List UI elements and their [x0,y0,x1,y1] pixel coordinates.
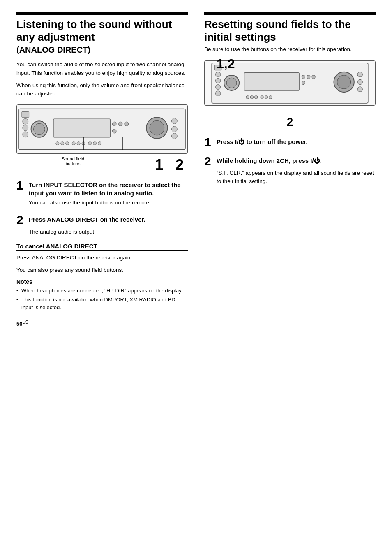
svg-point-4 [23,132,28,137]
right-label-2: 2 [204,116,376,129]
diagram-step-numbers: 1 2 [155,156,184,174]
svg-point-14 [171,118,177,124]
notes-title: Notes [16,278,188,285]
svg-rect-7 [53,119,110,137]
left-intro2: When using this function, only the volum… [16,81,188,98]
note1: When headphones are connected, "HP DIR" … [16,287,188,295]
svg-point-6 [34,124,45,135]
left-step2-body: The analog audio is output. [29,228,188,236]
right-main-title: Resetting sound fields to the initial se… [204,18,376,44]
svg-point-45 [357,86,362,91]
left-step1-number: 1 [16,179,25,192]
diagram-label-group: Sound field buttons [62,156,84,166]
svg-point-47 [250,95,253,98]
right-step2-body: “S.F. CLR.” appears on the display and a… [217,169,376,186]
svg-point-15 [171,126,177,132]
page-number: 56US [16,320,188,327]
svg-point-25 [98,142,101,145]
diagram-num1: 1 [155,156,163,174]
left-divider [16,12,188,15]
diagram-label-buttons: buttons [65,161,80,166]
svg-point-44 [357,79,362,84]
left-step1-header: 1 Turn INPUT SELECTOR on the receiver to… [16,179,188,197]
left-step2-number: 2 [16,214,25,226]
svg-point-38 [307,75,310,79]
diagram-label-sound: Sound field [62,156,84,161]
note2: This function is not available when DMPO… [16,296,188,312]
svg-point-23 [88,142,92,145]
svg-point-39 [312,75,315,79]
page: Listening to the sound without any adjus… [0,0,392,556]
svg-rect-36 [244,72,299,90]
svg-point-24 [93,142,97,145]
right-step2-header: 2 While holding down 2CH, press I/⏻. [204,155,376,167]
right-step2-number: 2 [204,155,213,167]
svg-point-22 [82,142,85,145]
svg-point-10 [125,122,129,126]
svg-point-30 [215,72,220,76]
two-columns: Listening to the sound without any adjus… [16,12,376,544]
svg-point-33 [215,91,220,96]
svg-point-2 [23,119,28,125]
left-step2: 2 Press ANALOG DIRECT on the receiver. T… [16,214,188,236]
svg-point-3 [23,125,28,131]
right-column: Resetting sound fields to the initial se… [204,12,376,544]
svg-point-35 [226,78,237,88]
right-divider [204,12,376,15]
svg-point-48 [255,95,258,98]
right-step2-title: While holding down 2CH, press I/⏻. [217,157,322,165]
right-step1-title: Press I/⏻ to turn off the power. [217,138,308,146]
right-step1-number: 1 [204,136,213,148]
left-receiver-diagram [16,104,188,154]
left-step2-header: 2 Press ANALOG DIRECT on the receiver. [16,214,188,226]
diagram-num2: 2 [175,156,184,174]
left-column: Listening to the sound without any adjus… [16,12,188,544]
cancel-body2: You can also press any sound field butto… [16,266,188,274]
svg-point-50 [265,95,267,98]
svg-point-32 [215,84,220,89]
cancel-title: To cancel ANALOG DIRECT [16,243,188,251]
svg-point-18 [61,142,64,145]
left-step1-body: You can also use the input buttons on th… [29,199,188,207]
svg-point-51 [269,95,272,98]
left-step1-title: Turn INPUT SELECTOR on the receiver to s… [29,181,188,197]
svg-point-19 [66,142,69,145]
svg-rect-1 [22,112,29,118]
right-step2: 2 While holding down 2CH, press I/⏻. “S.… [204,155,376,186]
svg-point-11 [112,129,116,133]
combo-label: 1,2 [217,56,235,72]
svg-point-21 [77,142,80,145]
svg-point-16 [171,133,177,139]
cancel-body1: Press ANALOG DIRECT on the receiver agai… [16,254,188,262]
right-intro: Be sure to use the buttons on the receiv… [204,45,376,53]
svg-point-17 [56,142,59,145]
svg-point-40 [302,81,305,84]
left-step2-title: Press ANALOG DIRECT on the receiver. [29,215,145,224]
right-step1-header: 1 Press I/⏻ to turn off the power. [204,136,376,148]
svg-point-49 [261,95,263,98]
svg-point-37 [302,75,305,79]
right-diagram-area: 1,2 [204,60,376,129]
svg-point-20 [72,142,75,145]
left-main-title: Listening to the sound without any adjus… [16,18,188,44]
svg-point-43 [357,72,362,76]
svg-point-13 [150,121,164,136]
right-step1: 1 Press I/⏻ to turn off the power. [204,136,376,148]
left-sub-title: (ANALOG DIRECT) [16,45,188,55]
left-intro1: You can switch the audio of the selected… [16,60,188,77]
svg-point-42 [337,75,351,89]
svg-point-8 [112,122,116,126]
left-step1: 1 Turn INPUT SELECTOR on the receiver to… [16,179,188,207]
svg-point-46 [246,95,249,98]
svg-point-9 [118,122,122,126]
svg-point-31 [215,78,220,83]
